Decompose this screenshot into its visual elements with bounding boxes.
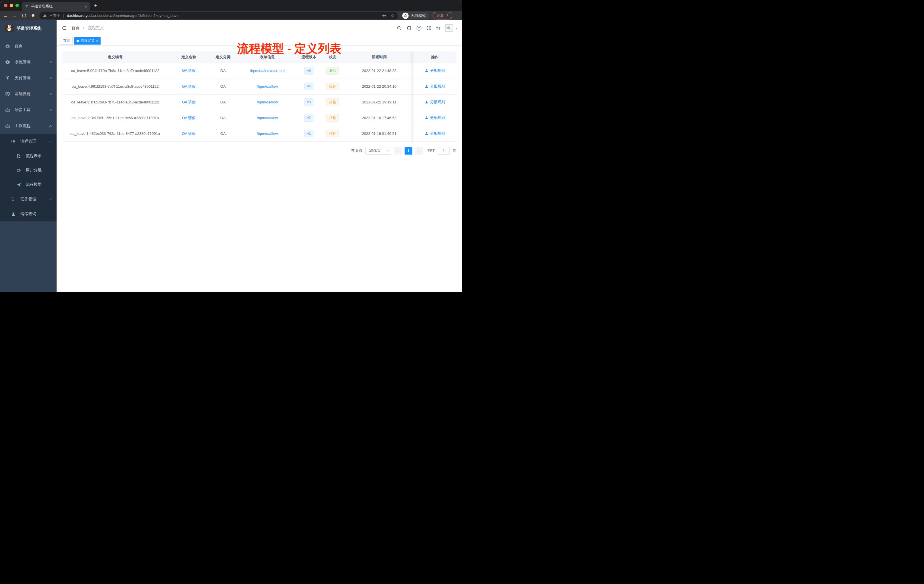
sidebar-item-infrastructure[interactable]: 基础设施 xyxy=(0,86,56,102)
form-link[interactable]: /bpm/oa/flow xyxy=(257,116,278,120)
incognito-icon xyxy=(402,13,409,19)
incognito-label: 无痕模式 xyxy=(411,13,426,18)
password-key-icon[interactable] xyxy=(382,13,386,18)
avatar[interactable] xyxy=(446,24,453,32)
chevron-down-icon xyxy=(49,108,52,111)
bookmark-star-icon[interactable]: ☆ xyxy=(391,13,394,18)
browser-tab[interactable]: 芋道管理系统 × xyxy=(22,2,90,11)
search-icon[interactable] xyxy=(396,25,402,31)
definition-category: OA xyxy=(210,63,237,79)
sidebar-item-process-management[interactable]: 流程管理 xyxy=(0,134,56,149)
new-tab-button[interactable]: + xyxy=(94,3,97,9)
security-label[interactable]: 不安全 xyxy=(49,13,60,18)
tag-label: 流程定义 xyxy=(81,38,94,43)
version-badge: v3 xyxy=(304,98,314,106)
sidebar-item-user-group[interactable]: 用户分组 xyxy=(0,163,56,177)
url-text[interactable]: dashboard.yudao.iocoder.cn/bpm/manager/d… xyxy=(67,13,178,18)
breadcrumb-current: 流程定义 xyxy=(88,25,104,30)
table-row: oa_leave:4:991f2193-7b7f-11ec-a3c8-acde4… xyxy=(62,79,456,94)
page-size-select[interactable]: 10条/页 xyxy=(365,147,391,155)
definition-name-link[interactable]: OA 请假 xyxy=(182,100,196,104)
form-link[interactable]: /bpm/oa/flow xyxy=(257,100,278,104)
definition-id: oa_leave:1:482ec033-762a-11ec-8477-a2380… xyxy=(62,126,168,142)
table-row: oa_leave:5:004b710b-7b8a-11ec-8ef0-acde4… xyxy=(62,63,456,79)
definition-table: 定义编号 定义名称 定义分类 表单信息 流程版本 状态 部署时间 操作 oa_l xyxy=(62,51,456,142)
sidebar-item-label: 首页 xyxy=(15,43,51,49)
definition-name-link[interactable]: OA 请假 xyxy=(182,84,196,89)
fullscreen-icon[interactable] xyxy=(426,25,431,31)
sidebar-item-label: 基础设施 xyxy=(15,91,50,97)
definition-name-link[interactable]: OA 请假 xyxy=(182,68,196,73)
address-bar[interactable]: 不安全 | dashboard.yudao.iocoder.cn/bpm/man… xyxy=(40,12,398,20)
forward-button[interactable]: → xyxy=(12,13,18,18)
sidebar-item-process-model[interactable]: 流程模型 xyxy=(0,177,56,192)
sidebar-item-process-form[interactable]: 流程表单 xyxy=(0,149,56,163)
back-button[interactable]: ← xyxy=(3,13,8,18)
definition-name-link[interactable]: OA 请假 xyxy=(182,116,196,120)
sidebar-item-workflow[interactable]: 工作流程 xyxy=(0,118,56,134)
assign-rule-link[interactable]: 分配规则 xyxy=(424,131,445,136)
sidebar-item-system[interactable]: 系统管理 xyxy=(0,54,56,70)
assign-rule-link[interactable]: 分配规则 xyxy=(424,115,445,120)
app-logo[interactable]: 芋道管理系统 xyxy=(0,20,56,36)
reload-button[interactable] xyxy=(21,13,27,18)
sidebar-item-label: 系统管理 xyxy=(15,59,50,64)
zoom-window-button[interactable] xyxy=(15,4,19,7)
chrome-update-button[interactable]: 更新 ⋮ xyxy=(432,12,452,20)
current-page-button[interactable]: 1 xyxy=(404,147,412,155)
tab-close-icon[interactable]: × xyxy=(84,4,87,9)
breadcrumb-home[interactable]: 首页 xyxy=(71,25,79,30)
sidebar-item-label: 流程表单 xyxy=(26,153,51,158)
form-link[interactable]: /bpm/oa/flow xyxy=(257,84,278,89)
sidebar-item-payment[interactable]: ¥ 支付管理 xyxy=(0,70,56,86)
github-icon[interactable] xyxy=(407,25,412,31)
close-window-button[interactable] xyxy=(4,4,7,7)
definition-category: OA xyxy=(210,126,237,142)
toolbox-icon xyxy=(5,108,10,112)
goto-page-input[interactable] xyxy=(438,147,450,155)
insecure-warning-icon xyxy=(43,14,47,17)
col-definition-category: 定义分类 xyxy=(210,51,237,63)
definition-id: oa_leave:5:004b710b-7b8a-11ec-8ef0-acde4… xyxy=(62,63,168,79)
sidebar-toggle-icon[interactable] xyxy=(61,25,67,31)
prev-page-button[interactable]: ‹ xyxy=(394,147,402,155)
definition-category: OA xyxy=(210,94,237,110)
sidebar-item-leave-query[interactable]: 请假查询 xyxy=(0,206,56,221)
sidebar-item-label: 支付管理 xyxy=(15,76,50,81)
dashboard-icon xyxy=(5,44,10,49)
sidebar-item-devtools[interactable]: 研发工具 xyxy=(0,102,56,118)
monitor-icon xyxy=(5,92,10,97)
url-host: dashboard.yudao.iocoder.cn xyxy=(67,13,114,18)
avatar-caret-icon[interactable]: ▾ xyxy=(456,26,457,30)
assign-rule-link[interactable]: 分配规则 xyxy=(424,68,445,73)
sidebar-item-label: 请假查询 xyxy=(20,211,51,216)
definition-id: oa_leave:4:991f2193-7b7f-11ec-a3c8-acde4… xyxy=(62,79,168,94)
table-row: oa_leave:3:1fad3d93-7b75-11ec-a3c8-acde4… xyxy=(62,94,456,110)
definition-category: OA xyxy=(210,79,237,94)
minimize-window-button[interactable] xyxy=(10,4,13,7)
tag-close-icon[interactable]: × xyxy=(96,39,98,43)
tag-home[interactable]: 首页 xyxy=(61,37,73,45)
help-icon[interactable]: ? xyxy=(417,26,421,31)
assign-rule-link[interactable]: 分配规则 xyxy=(424,84,445,89)
definition-name-link[interactable]: OA 请假 xyxy=(182,132,196,136)
browser-menu-icon[interactable]: ⋮ xyxy=(446,13,449,18)
chevron-up-icon xyxy=(49,125,52,128)
site-favicon-icon xyxy=(25,4,29,8)
version-badge: v1 xyxy=(304,130,314,137)
update-label: 更新 xyxy=(436,13,444,18)
tag-process-definition[interactable]: 流程定义 × xyxy=(74,37,101,45)
browser-toolbar: ← → 不安全 | dashboard.yudao.iocoder.cn/bpm… xyxy=(0,11,462,20)
assign-rule-link[interactable]: 分配规则 xyxy=(424,99,445,105)
chevron-down-icon xyxy=(49,60,52,63)
person-icon xyxy=(424,69,429,73)
form-link[interactable]: /bpm/oa/leave/create xyxy=(250,69,285,73)
sidebar-item-home[interactable]: 首页 xyxy=(0,38,56,54)
deploy-time: 2022-01-16 01:40:51 xyxy=(345,126,413,142)
sidebar-item-task-management[interactable]: 任务管理 xyxy=(0,192,56,206)
form-link[interactable]: /bpm/oa/flow xyxy=(257,132,278,136)
home-button[interactable] xyxy=(30,13,36,18)
next-page-button[interactable]: › xyxy=(415,147,423,155)
status-badge: 挂起 xyxy=(326,82,339,90)
font-size-icon[interactable]: TT xyxy=(436,26,441,31)
